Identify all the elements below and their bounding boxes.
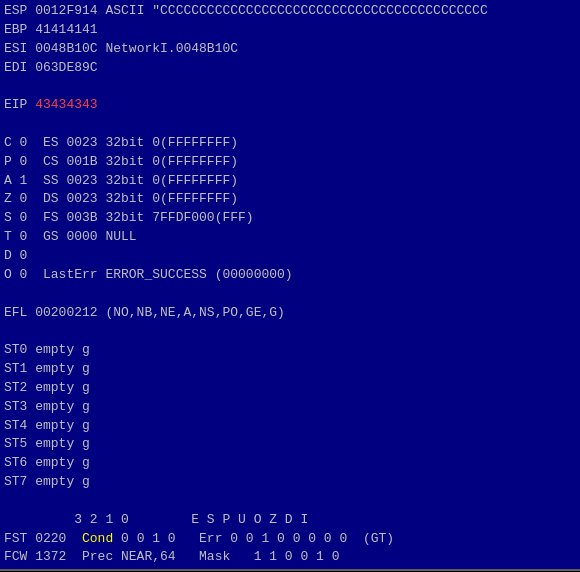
edi-line: EDI 063DE89C [4,59,576,78]
st5-line: ST5 empty g [4,435,576,454]
st7-line: ST7 empty g [4,473,576,492]
debugger-window: ESP 0012F914 ASCII "CCCCCCCCCCCCCCCCCCCC… [0,0,580,572]
blank3 [4,285,576,304]
flags-o: O 0 LastErr ERROR_SUCCESS (00000000) [4,266,576,285]
st1-line: ST1 empty g [4,360,576,379]
st3-line: ST3 empty g [4,398,576,417]
flags-c: C 0 ES 0023 32bit 0(FFFFFFFF) [4,134,576,153]
st4-line: ST4 empty g [4,417,576,436]
st6-line: ST6 empty g [4,454,576,473]
fst-line: FST 0220 Cond 0 0 1 0 Err 0 0 1 0 0 0 0 … [4,530,576,549]
blank1 [4,77,576,96]
esi-line: ESI 0048B10C NetworkI.0048B10C [4,40,576,59]
st2-line: ST2 empty g [4,379,576,398]
flags-t: T 0 GS 0000 NULL [4,228,576,247]
eip-line: EIP 43434343 [4,96,576,115]
ebp-line: EBP 41414141 [4,21,576,40]
blank4 [4,322,576,341]
flags-z: Z 0 DS 0023 32bit 0(FFFFFFFF) [4,190,576,209]
blank5 [4,492,576,511]
blank2 [4,115,576,134]
esp-line: ESP 0012F914 ASCII "CCCCCCCCCCCCCCCCCCCC… [4,2,576,21]
efl-line: EFL 00200212 (NO,NB,NE,A,NS,PO,GE,G) [4,304,576,323]
st0-line: ST0 empty g [4,341,576,360]
flags-s: S 0 FS 003B 32bit 7FFDF000(FFF) [4,209,576,228]
flags-d: D 0 [4,247,576,266]
flags-a: A 1 SS 0023 32bit 0(FFFFFFFF) [4,172,576,191]
fpu-header: 3 2 1 0 E S P U O Z D I [4,511,576,530]
registers-panel: ESP 0012F914 ASCII "CCCCCCCCCCCCCCCCCCCC… [0,0,580,569]
flags-p: P 0 CS 001B 32bit 0(FFFFFFFF) [4,153,576,172]
fcw-line: FCW 1372 Prec NEAR,64 Mask 1 1 0 0 1 0 [4,548,576,567]
